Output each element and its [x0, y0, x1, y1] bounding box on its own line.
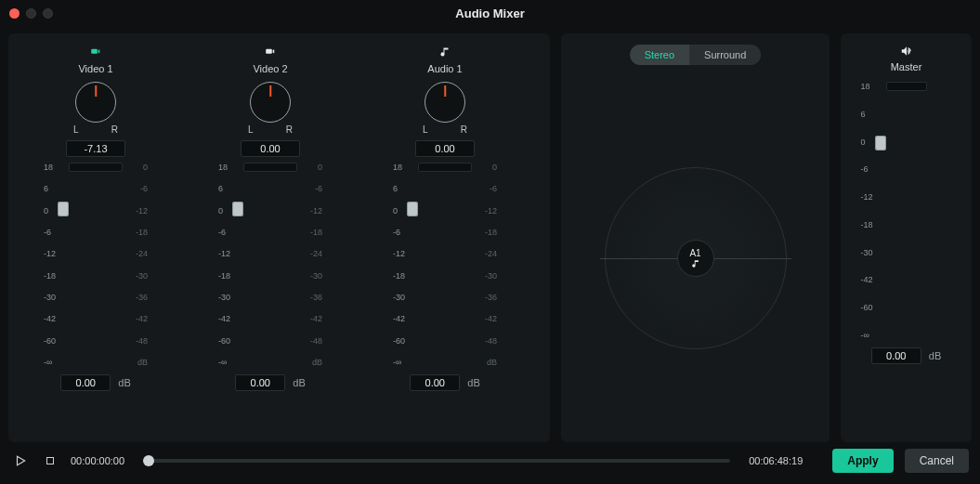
svg-rect-1 [47, 458, 54, 464]
track-label: Video 2 [253, 63, 287, 74]
surround-mode-button[interactable]: Surround [689, 45, 761, 65]
fader-unit: dB [467, 377, 479, 388]
pan-value[interactable]: 0.00 [415, 140, 475, 157]
footer: 00:00:00:00 00:06:48:19 Apply Cancel [0, 442, 980, 479]
master-panel: Master 1860-6-12-18-30-42-60-∞ 0.00 dB [841, 33, 972, 442]
level-meter [69, 163, 123, 172]
meter-scale-right: 0-6-12-18-24-30-36-42-48dB [475, 163, 497, 367]
spatial-field[interactable]: A1 [605, 167, 787, 349]
pan-knob[interactable] [425, 82, 465, 123]
fader-unit: dB [118, 377, 130, 388]
pan-value[interactable]: -7.13 [66, 140, 125, 157]
titlebar: Audio Mixer [0, 0, 980, 26]
pan-left-label: L [248, 124, 254, 135]
track-channel: Video 2LR0.001860-6-12-18-30-42-60-∞0-6-… [196, 45, 345, 391]
pan-right-label: R [111, 124, 118, 135]
meter-scale-left: 1860-6-12-18-30-42-60-∞ [44, 163, 66, 367]
timeline-knob[interactable] [143, 455, 154, 466]
close-window-button[interactable] [9, 8, 20, 19]
fader-handle[interactable] [232, 202, 243, 216]
master-meter [886, 82, 927, 91]
master-fader-value[interactable]: 0.00 [871, 347, 921, 364]
cancel-button[interactable]: Cancel [905, 449, 969, 473]
meter-scale-left: 1860-6-12-18-30-42-60-∞ [218, 163, 241, 367]
master-fader-unit: dB [929, 350, 941, 361]
svg-marker-0 [18, 456, 25, 464]
window-controls [9, 8, 53, 19]
zoom-window-button[interactable] [43, 8, 53, 19]
level-meter [418, 163, 472, 172]
fader-value[interactable]: 0.00 [60, 374, 111, 391]
pan-right-label: R [461, 124, 467, 135]
fader-unit: dB [293, 377, 305, 388]
fader-handle[interactable] [58, 202, 69, 216]
stereo-mode-button[interactable]: Stereo [630, 45, 689, 65]
video-icon [89, 45, 102, 59]
meter-scale-right: 0-6-12-18-24-30-36-42-48dB [300, 163, 322, 367]
track-label: Video 1 [78, 63, 112, 74]
pan-left-label: L [423, 124, 428, 135]
pan-right-label: R [286, 124, 293, 135]
music-icon [690, 259, 701, 268]
speaker-icon [848, 45, 964, 58]
music-icon [438, 45, 451, 59]
total-timecode: 00:06:48:19 [749, 455, 803, 466]
meter-scale-left: 1860-6-12-18-30-42-60-∞ [393, 163, 415, 367]
track-channel: Audio 1LR0.001860-6-12-18-30-42-60-∞0-6-… [371, 45, 519, 391]
pan-knob[interactable] [250, 82, 291, 123]
master-fader-handle[interactable] [875, 136, 886, 150]
tracks-panel: Video 1LR-7.131860-6-12-18-30-42-60-∞0-6… [8, 33, 550, 442]
fader-handle[interactable] [407, 202, 418, 216]
spatial-node-label: A1 [689, 248, 700, 258]
pan-value[interactable]: 0.00 [241, 140, 300, 157]
apply-button[interactable]: Apply [832, 449, 893, 473]
play-button[interactable] [11, 451, 30, 470]
spatial-panel: Stereo Surround A1 [561, 33, 830, 442]
pan-knob[interactable] [75, 82, 116, 123]
track-channel: Video 1LR-7.131860-6-12-18-30-42-60-∞0-6… [21, 45, 170, 391]
master-label: Master [848, 61, 964, 72]
fader-value[interactable]: 0.00 [235, 374, 285, 391]
track-label: Audio 1 [427, 63, 462, 74]
fader-value[interactable]: 0.00 [410, 374, 460, 391]
window-title: Audio Mixer [0, 7, 980, 20]
meter-scale-right: 0-6-12-18-24-30-36-42-48dB [125, 163, 148, 367]
main-content: Video 1LR-7.131860-6-12-18-30-42-60-∞0-6… [0, 26, 980, 442]
pan-left-label: L [73, 124, 79, 135]
level-meter [243, 163, 297, 172]
stop-button[interactable] [41, 451, 59, 470]
minimize-window-button[interactable] [26, 8, 36, 19]
spatial-mode-toggle: Stereo Surround [630, 45, 762, 65]
current-timecode: 00:00:00:00 [71, 455, 124, 466]
video-icon [264, 45, 277, 59]
spatial-node[interactable]: A1 [677, 240, 714, 277]
timeline-slider[interactable] [143, 459, 730, 463]
